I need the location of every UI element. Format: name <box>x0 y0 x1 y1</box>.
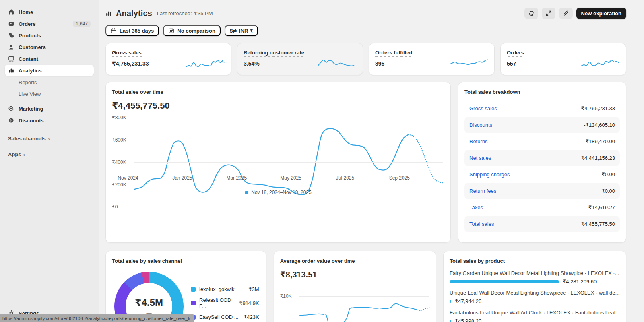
metric-card-returning-customer-rate[interactable]: Returning customer rate 3.54% <box>237 43 363 75</box>
legend-swatch <box>191 287 196 292</box>
product-item: Fairy Garden Unique Wall Decor Metal Lig… <box>450 270 620 285</box>
breakdown-row-total-sales: Total sales ₹4,455,775.50 <box>464 216 620 232</box>
breakdown-link[interactable]: Gross sales <box>469 105 497 111</box>
breakdown-link[interactable]: Shipping charges <box>469 171 510 178</box>
channel-legend: lexolux_gokwik ₹3M Releasit COD F... ₹91… <box>191 286 259 322</box>
legend-label: Releasit COD F... <box>199 297 235 309</box>
sidebar-item-label: Reports <box>19 79 37 85</box>
breakdown-link[interactable]: Total sales <box>469 221 494 227</box>
refresh-button[interactable] <box>524 8 538 19</box>
product-item: Unique Leaf Wall Decor Metal Lighting Sh… <box>450 290 620 304</box>
chevron-right-icon: › <box>23 152 25 157</box>
content-icon <box>8 56 14 62</box>
tag-icon <box>8 32 14 39</box>
header-actions: New exploration <box>524 8 626 19</box>
breakdown-value: ₹4,441,156.23 <box>581 155 615 161</box>
legend-row-releasit: Releasit COD F... ₹914.9K <box>191 297 259 309</box>
legend-dot <box>245 191 248 194</box>
total-sales-value: ₹4,455,775.50 <box>112 101 444 111</box>
product-name: Fantabulous Leaf Unique Wall Art Clock ·… <box>450 310 620 316</box>
filter-bar: Last 365 days No comparison $⇄ INR ₹ <box>105 25 626 36</box>
date-range-chip[interactable]: Last 365 days <box>105 25 159 36</box>
aov-over-time-card: Average order value over time ₹8,313.51 … <box>274 251 436 322</box>
legend-row-easysell: EasySell COD ... ₹423K <box>191 314 259 320</box>
breakdown-link[interactable]: Discounts <box>469 122 492 128</box>
sidebar-item-analytics[interactable]: Analytics <box>5 65 94 76</box>
product-name: Fairy Garden Unique Wall Decor Metal Lig… <box>450 270 620 276</box>
breakdown-title[interactable]: Total sales breakdown <box>464 89 520 96</box>
analytics-icon <box>8 67 14 74</box>
aov-grid-label: ₹10K <box>280 293 292 299</box>
aov-line <box>299 285 429 322</box>
breakdown-row-discounts: Discounts -₹134,605.10 <box>464 117 620 133</box>
sidebar-item-marketing[interactable]: Marketing <box>5 103 94 114</box>
main-content: Analytics Last refreshed: 4:35 PM New ex… <box>99 0 644 322</box>
metric-card-orders-fulfilled[interactable]: Orders fulfilled 395 <box>369 43 495 75</box>
sidebar-item-label: Discounts <box>19 118 44 124</box>
metric-card-orders[interactable]: Orders 557 <box>500 43 626 75</box>
bottom-cards-row: Total sales by sales channel ₹4.5M — lex… <box>105 251 626 322</box>
product-value: ₹45,998.20 <box>455 318 481 322</box>
breakdown-value: ₹4,455,775.50 <box>581 221 615 227</box>
breakdown-row-net-sales: Net sales ₹4,441,156.23 <box>464 150 620 166</box>
target-icon <box>8 105 14 112</box>
expand-button[interactable] <box>542 8 555 19</box>
chart-title[interactable]: Total sales over time <box>112 89 163 96</box>
metric-title: Returning customer rate <box>244 50 304 57</box>
sidebar-item-label: Live View <box>19 91 41 97</box>
sidebar-item-home[interactable]: Home <box>5 6 94 18</box>
x-axis-tick: Mar 2025 <box>226 175 247 181</box>
sidebar-item-products[interactable]: Products <box>5 30 94 41</box>
chart-title[interactable]: Total sales by sales channel <box>112 258 182 265</box>
sidebar-item-content[interactable]: Content <box>5 53 94 64</box>
sidebar: Home Orders 1,647 Products Customers Con… <box>0 0 99 322</box>
sidebar-item-discounts[interactable]: Discounts <box>5 115 94 126</box>
legend-label: EasySell COD ... <box>199 314 239 320</box>
edit-button[interactable] <box>559 8 573 19</box>
sidebar-item-label: Orders <box>19 21 36 27</box>
x-axis-tick: Jul 2025 <box>336 175 354 181</box>
metric-title: Gross sales <box>112 50 142 57</box>
currency-exchange-icon: $⇄ <box>230 28 236 34</box>
y-axis-tick: ₹400K <box>112 159 126 165</box>
sidebar-item-live-view[interactable]: Live View <box>5 88 94 99</box>
comparison-chip[interactable]: No comparison <box>163 25 221 36</box>
sidebar-section-sales-channels[interactable]: Sales channels › <box>8 136 91 142</box>
product-bar <box>450 280 559 283</box>
y-axis-tick: ₹800K <box>112 115 126 120</box>
orders-fulfilled-sparkline <box>450 55 488 71</box>
sidebar-item-label: Content <box>19 56 38 62</box>
breakdown-link[interactable]: Return fees <box>469 188 496 194</box>
breakdown-link[interactable]: Taxes <box>469 204 483 211</box>
product-list: Fairy Garden Unique Wall Decor Metal Lig… <box>450 270 620 322</box>
sidebar-item-reports[interactable]: Reports <box>5 76 94 88</box>
total-sales-breakdown-card: Total sales breakdown Gross sales ₹4,765… <box>458 82 626 243</box>
chart-legend: Nov 18, 2024–Nov 18, 2025 <box>105 190 451 195</box>
legend-label: lexolux_gokwik <box>199 286 234 292</box>
analytics-title-icon <box>105 10 112 17</box>
legend-label: Nov 18, 2024–Nov 18, 2025 <box>251 190 311 195</box>
metric-card-gross-sales[interactable]: Gross sales ₹4,765,231.33 <box>105 43 231 75</box>
chart-title[interactable]: Total sales by product <box>450 258 505 265</box>
orders-icon <box>8 21 14 27</box>
chart-title[interactable]: Average order value over time <box>280 258 355 265</box>
last-refreshed-text: Last refreshed: 4:35 PM <box>157 10 213 17</box>
breakdown-value: ₹0.00 <box>601 188 615 194</box>
sidebar-item-label: Home <box>19 9 33 15</box>
product-value: ₹4,281,209.60 <box>563 279 597 285</box>
legend-row-lexolux: lexolux_gokwik ₹3M <box>191 286 259 292</box>
metric-title: Orders <box>507 50 524 57</box>
breakdown-link[interactable]: Net sales <box>469 155 491 161</box>
sidebar-item-customers[interactable]: Customers <box>5 41 94 53</box>
new-exploration-button[interactable]: New exploration <box>576 8 626 19</box>
sidebar-item-orders[interactable]: Orders 1,647 <box>5 18 94 29</box>
sidebar-item-label: Customers <box>19 44 46 50</box>
currency-chip[interactable]: $⇄ INR ₹ <box>225 25 258 36</box>
sidebar-section-apps[interactable]: Apps › <box>8 151 91 157</box>
legend-value: ₹3M <box>248 286 259 292</box>
breakdown-link[interactable]: Returns <box>469 138 488 144</box>
y-axis-tick: ₹200K <box>112 182 126 188</box>
gross-sales-sparkline <box>186 55 225 71</box>
breakdown-row-return-fees: Return fees ₹0.00 <box>464 183 620 199</box>
section-label: Sales channels <box>8 136 46 142</box>
